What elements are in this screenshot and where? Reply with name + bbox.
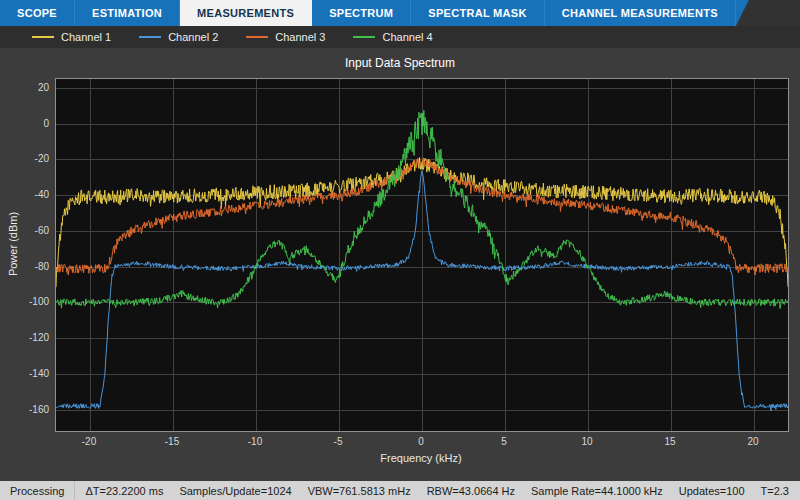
status-field: VBW=761.5813 mHz xyxy=(308,485,411,497)
y-axis-label: Power (dBm) xyxy=(7,199,21,289)
tab-estimation[interactable]: ESTIMATION xyxy=(75,0,180,26)
status-field: Samples/Update=1024 xyxy=(179,485,291,497)
y-tick-label: -140 xyxy=(5,368,49,379)
tab-spectral-mask[interactable]: SPECTRAL MASK xyxy=(411,0,544,26)
x-tick-label: -10 xyxy=(235,436,275,447)
tab-spectrum[interactable]: SPECTRUM xyxy=(312,0,411,26)
legend-label-channel-4: Channel 4 xyxy=(382,31,432,43)
channel-2-line-swatch xyxy=(139,36,161,38)
channel-3-line-swatch xyxy=(246,36,268,38)
x-tick-label: 15 xyxy=(650,436,690,447)
x-tick-label: 0 xyxy=(401,436,441,447)
x-tick-label: -5 xyxy=(318,436,358,447)
tabbar-corner: ? xyxy=(736,0,800,26)
y-tick-label: -40 xyxy=(5,189,49,200)
legend-item-channel-3[interactable]: Channel 3 xyxy=(246,31,325,43)
channel-4-line-swatch xyxy=(353,36,375,38)
x-tick-label: 5 xyxy=(484,436,524,447)
status-field: ΔT=23.2200 ms xyxy=(85,485,163,497)
legend-item-channel-2[interactable]: Channel 2 xyxy=(139,31,218,43)
x-axis-label: Frequency (kHz) xyxy=(55,452,787,464)
y-tick-label: -60 xyxy=(5,225,49,236)
legend-item-channel-1[interactable]: Channel 1 xyxy=(32,31,111,43)
y-tick-label: -160 xyxy=(5,404,49,415)
x-tick-label: -20 xyxy=(69,436,109,447)
channel-1-line-swatch xyxy=(32,36,54,38)
tab-scope[interactable]: SCOPE xyxy=(0,0,75,26)
status-state: Processing xyxy=(0,481,75,500)
legend-label-channel-1: Channel 1 xyxy=(61,31,111,43)
tab-measurements[interactable]: MEASUREMENTS xyxy=(180,0,312,26)
legend-label-channel-2: Channel 2 xyxy=(168,31,218,43)
status-fields: ΔT=23.2200 msSamples/Update=1024VBW=761.… xyxy=(75,485,800,497)
toolstrip-tabbar: SCOPE ESTIMATION MEASUREMENTS SPECTRUM S… xyxy=(0,0,800,26)
channel-legend: Channel 1 Channel 2 Channel 3 Channel 4 xyxy=(0,26,800,48)
y-tick-label: 0 xyxy=(5,118,49,129)
x-tick-label: -15 xyxy=(152,436,192,447)
spectrum-chart-panel: Input Data Spectrum Power (dBm) 200-20-4… xyxy=(0,48,800,481)
spectrum-plot-canvas[interactable] xyxy=(55,78,789,432)
legend-label-channel-3: Channel 3 xyxy=(275,31,325,43)
chart-title: Input Data Spectrum xyxy=(0,56,800,70)
status-bar: Processing ΔT=23.2200 msSamples/Update=1… xyxy=(0,481,800,500)
x-tick-label: 20 xyxy=(733,436,773,447)
status-field: Sample Rate=44.1000 kHz xyxy=(531,485,663,497)
legend-item-channel-4[interactable]: Channel 4 xyxy=(353,31,432,43)
y-tick-label: -80 xyxy=(5,261,49,272)
y-tick-label: -20 xyxy=(5,153,49,164)
status-field: RBW=43.0664 Hz xyxy=(427,485,515,497)
y-tick-label: -100 xyxy=(5,296,49,307)
y-tick-label: 20 xyxy=(5,82,49,93)
status-field: T=2.3 xyxy=(761,485,789,497)
tab-channel-measurements[interactable]: CHANNEL MEASUREMENTS xyxy=(545,0,736,26)
x-tick-label: 10 xyxy=(567,436,607,447)
y-tick-label: -120 xyxy=(5,332,49,343)
status-field: Updates=100 xyxy=(679,485,745,497)
